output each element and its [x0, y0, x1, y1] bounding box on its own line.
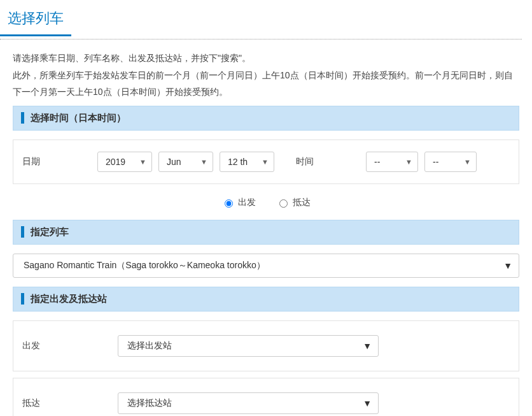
- depart-station-value: 选择出发站: [127, 340, 172, 352]
- title-underline: [0, 39, 522, 39]
- hour-select[interactable]: -- ▼: [366, 152, 418, 172]
- section-bar-icon: [21, 226, 24, 238]
- section-bar-icon: [21, 293, 24, 305]
- time-label: 时间: [296, 156, 366, 168]
- instructions-line-2: 此外，所乘坐列车于始发站发车日的前一个月（前一个月同日）上午10点（日本时间）开…: [13, 67, 519, 101]
- date-time-row: 日期 2019 ▼ Jun ▼ 12 th ▼ 时间 -- ▼ -- ▼: [13, 140, 519, 184]
- year-value: 2019: [106, 157, 125, 167]
- radio-arrive-input[interactable]: [279, 199, 288, 208]
- caret-down-icon: ▼: [262, 158, 269, 166]
- section-header-train: 指定列车: [13, 220, 519, 245]
- caret-down-icon: ▼: [464, 158, 471, 166]
- caret-down-icon: ▼: [503, 261, 512, 271]
- section-header-stations-label: 指定出发及抵达站: [31, 293, 107, 305]
- direction-radio-group: 出发 抵达: [13, 193, 519, 220]
- arrive-station-label: 抵达: [22, 398, 118, 409]
- section-header-time-label: 选择时间（日本时间）: [31, 112, 126, 124]
- arrive-station-select[interactable]: 选择抵达站 ▼: [118, 392, 379, 414]
- train-select[interactable]: Sagano Romantic Train（Saga torokko～Kameo…: [13, 254, 519, 278]
- date-label: 日期: [22, 156, 97, 168]
- radio-depart-label: 出发: [238, 197, 256, 207]
- section-header-time: 选择时间（日本时间）: [13, 106, 519, 131]
- depart-station-row: 出发 选择出发站 ▼: [13, 320, 519, 371]
- day-select[interactable]: 12 th ▼: [220, 152, 274, 172]
- caret-down-icon: ▼: [139, 158, 146, 166]
- minute-value: --: [433, 157, 438, 167]
- arrive-station-value: 选择抵达站: [127, 398, 172, 409]
- train-select-value: Sagano Romantic Train（Saga torokko～Kameo…: [24, 260, 265, 271]
- hour-value: --: [374, 157, 380, 167]
- minute-select[interactable]: -- ▼: [424, 152, 477, 172]
- depart-station-select[interactable]: 选择出发站 ▼: [118, 335, 379, 357]
- caret-down-icon: ▼: [363, 341, 372, 351]
- radio-depart[interactable]: 出发: [221, 197, 258, 207]
- radio-arrive[interactable]: 抵达: [276, 197, 311, 207]
- caret-down-icon: ▼: [363, 398, 372, 408]
- month-select[interactable]: Jun ▼: [158, 152, 213, 172]
- section-bar-icon: [21, 112, 24, 124]
- depart-station-label: 出发: [22, 340, 118, 352]
- page-title: 选择列车: [0, 4, 71, 36]
- section-header-stations: 指定出发及抵达站: [13, 287, 519, 312]
- day-value: 12 th: [228, 157, 248, 167]
- instructions: 请选择乘车日期、列车名称、出发及抵达站，并按下"搜索"。 此外，所乘坐列车于始发…: [0, 50, 532, 106]
- caret-down-icon: ▼: [200, 158, 207, 166]
- section-header-train-label: 指定列车: [31, 226, 69, 238]
- radio-depart-input[interactable]: [225, 199, 233, 208]
- arrive-station-row: 抵达 选择抵达站 ▼: [13, 378, 519, 416]
- month-value: Jun: [167, 157, 181, 167]
- instructions-line-1: 请选择乘车日期、列车名称、出发及抵达站，并按下"搜索"。: [13, 50, 519, 67]
- year-select[interactable]: 2019 ▼: [97, 152, 152, 172]
- caret-down-icon: ▼: [405, 158, 412, 166]
- radio-arrive-label: 抵达: [293, 197, 311, 207]
